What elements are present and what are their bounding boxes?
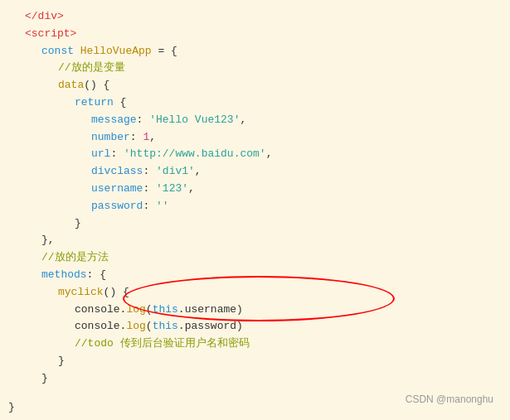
- code-token: number: [91, 129, 130, 147]
- code-token: ,: [266, 146, 273, 163]
- code-line: }: [0, 353, 510, 370]
- code-line: const HelloVueApp = {: [0, 43, 510, 60]
- code-token: .: [120, 302, 127, 319]
- code-token: (: [146, 318, 153, 336]
- code-token: .: [120, 318, 127, 336]
- code-line: password: '': [0, 198, 510, 215]
- code-line: },: [0, 232, 510, 249]
- code-line: //放的是方法: [0, 249, 510, 267]
- code-token: console: [75, 302, 120, 319]
- code-line: data() {: [0, 77, 510, 94]
- code-line: <script>: [0, 26, 510, 43]
- code-token: myclick: [58, 284, 104, 302]
- code-token: //todo 传到后台验证用户名和密码: [75, 336, 250, 353]
- code-token: const: [41, 43, 80, 60]
- code-token: <script>: [25, 26, 76, 43]
- code-token: '123': [156, 181, 188, 198]
- code-token: .password): [178, 318, 243, 336]
- code-token: '': [156, 198, 169, 215]
- code-token: //放的是方法: [41, 249, 109, 267]
- code-line: //放的是变量: [0, 60, 510, 77]
- code-token: 'div1': [156, 163, 195, 181]
- code-token: }: [41, 370, 48, 388]
- code-token: username: [91, 181, 143, 198]
- code-token: ,: [149, 129, 156, 147]
- code-token: return: [75, 94, 114, 112]
- code-token: }: [58, 353, 65, 370]
- code-token: .username): [178, 302, 243, 319]
- code-token: :: [130, 129, 143, 147]
- code-token: :: [143, 198, 156, 215]
- code-token: () {: [84, 77, 109, 94]
- code-token: }: [75, 215, 81, 233]
- code-token: () {: [104, 284, 129, 302]
- bottom-brace: }: [8, 401, 15, 413]
- code-token: = {: [152, 43, 177, 60]
- code-token: :: [143, 181, 156, 198]
- code-token: :: [110, 146, 124, 163]
- code-content: </div><script>const HelloVueApp = {//放的是…: [0, 8, 510, 388]
- code-token: 'Hello Vue123': [149, 112, 240, 129]
- code-line: console.log(this.password): [0, 318, 510, 336]
- code-token: ,: [188, 181, 195, 198]
- code-token: ,: [195, 163, 202, 181]
- code-token: password: [91, 198, 143, 215]
- code-token: data: [58, 77, 84, 94]
- code-token: :: [143, 163, 156, 181]
- code-line: }: [0, 215, 510, 233]
- code-line: methods: {: [0, 267, 510, 284]
- code-token: 'http://www.baidu.com': [124, 146, 266, 163]
- code-token: url: [91, 146, 110, 163]
- code-editor: </div><script>const HelloVueApp = {//放的是…: [0, 0, 510, 420]
- code-token: message: [91, 112, 137, 129]
- code-token: HelloVueApp: [80, 43, 152, 60]
- code-token: log: [126, 302, 145, 319]
- code-line: //todo 传到后台验证用户名和密码: [0, 336, 510, 353]
- code-token: this: [153, 302, 178, 319]
- code-line: url: 'http://www.baidu.com',: [0, 146, 510, 163]
- code-token: methods: [41, 267, 87, 284]
- code-token: :: [137, 112, 150, 129]
- code-line: console.log(this.username): [0, 302, 510, 319]
- code-line: </div>: [0, 8, 510, 26]
- code-token: console: [75, 318, 120, 336]
- code-token: : {: [87, 267, 106, 284]
- watermark: CSDN @manonghu: [406, 393, 493, 405]
- code-token: log: [126, 318, 145, 336]
- code-token: 1: [143, 129, 149, 147]
- code-token: //放的是变量: [58, 60, 125, 77]
- code-token: {: [114, 94, 127, 112]
- code-token: </div>: [25, 8, 64, 26]
- code-line: return {: [0, 94, 510, 112]
- code-line: }: [0, 370, 510, 388]
- code-token: },: [41, 232, 55, 249]
- code-token: this: [153, 318, 178, 336]
- code-line: number: 1,: [0, 129, 510, 147]
- code-token: divclass: [91, 163, 143, 181]
- code-line: message: 'Hello Vue123',: [0, 112, 510, 129]
- code-token: (: [146, 302, 153, 319]
- code-line: username: '123',: [0, 181, 510, 198]
- code-line: divclass: 'div1',: [0, 163, 510, 181]
- code-line: myclick() {: [0, 284, 510, 302]
- code-token: ,: [240, 112, 246, 129]
